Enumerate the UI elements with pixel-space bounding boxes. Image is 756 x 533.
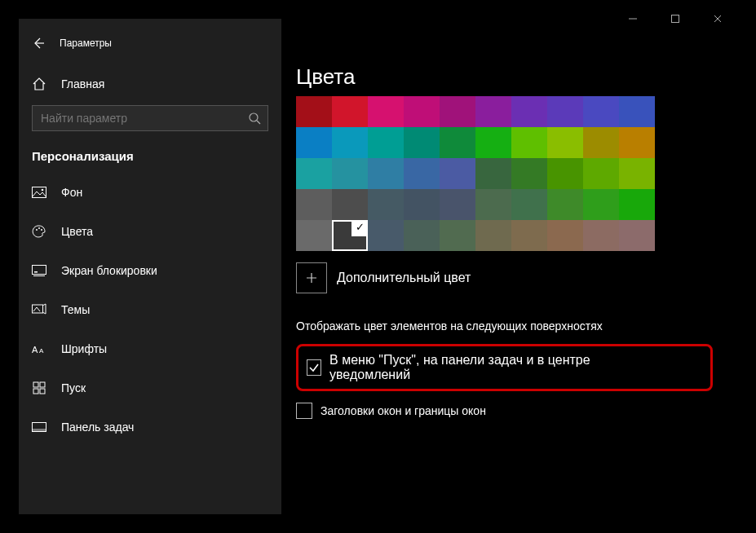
svg-rect-7	[34, 271, 38, 273]
color-swatch[interactable]	[511, 189, 547, 220]
color-swatch[interactable]	[296, 220, 332, 251]
minimize-button[interactable]	[628, 14, 648, 24]
color-swatch[interactable]	[440, 127, 475, 158]
color-swatch[interactable]	[619, 127, 655, 158]
sidebar: Параметры Главная Персонализация	[19, 19, 281, 514]
color-swatch[interactable]	[511, 127, 547, 158]
check-icon: ✓	[356, 221, 365, 233]
color-swatch[interactable]	[619, 220, 655, 251]
sidebar-item-background[interactable]: Фон	[19, 176, 281, 209]
back-icon[interactable]	[32, 37, 45, 50]
nav-label: Экран блокировки	[61, 264, 157, 277]
color-swatch[interactable]	[619, 158, 655, 189]
color-swatch[interactable]	[511, 220, 547, 251]
color-swatch[interactable]	[547, 158, 583, 189]
color-swatch[interactable]	[547, 96, 583, 127]
nav-label: Пуск	[61, 381, 86, 394]
page-title: Цвета	[296, 64, 713, 90]
svg-point-2	[42, 189, 44, 192]
sidebar-item-lockscreen[interactable]: Экран блокировки	[19, 254, 281, 287]
color-swatch[interactable]	[547, 220, 583, 251]
color-swatch[interactable]	[583, 96, 619, 127]
color-swatch[interactable]	[547, 127, 583, 158]
lockscreen-icon	[32, 265, 46, 276]
svg-rect-11	[33, 382, 38, 387]
nav-label: Темы	[61, 303, 90, 316]
color-swatch[interactable]	[404, 189, 440, 220]
svg-rect-12	[40, 382, 45, 387]
color-swatch[interactable]	[619, 96, 655, 127]
themes-icon	[32, 303, 46, 316]
home-button[interactable]: Главная	[19, 68, 281, 100]
sidebar-item-start[interactable]: Пуск	[19, 372, 281, 404]
nav-label: Фон	[61, 186, 82, 199]
svg-point-5	[41, 229, 42, 231]
color-swatch[interactable]	[440, 220, 475, 251]
color-swatch[interactable]	[404, 220, 440, 251]
color-swatch[interactable]	[368, 127, 404, 158]
svg-text:A: A	[32, 345, 38, 355]
sidebar-item-colors[interactable]: Цвета	[19, 215, 281, 248]
maximize-button[interactable]	[670, 14, 690, 24]
color-swatch[interactable]	[368, 96, 404, 127]
surfaces-heading: Отображать цвет элементов на следующих п…	[296, 319, 713, 333]
color-swatch[interactable]	[475, 96, 511, 127]
color-swatch[interactable]	[440, 158, 475, 189]
picture-icon	[32, 187, 46, 198]
svg-text:A: A	[39, 347, 44, 355]
window-title: Параметры	[60, 37, 112, 49]
checkbox-start-taskbar[interactable]	[307, 359, 321, 376]
color-swatch[interactable]	[332, 158, 368, 189]
close-button[interactable]	[713, 14, 732, 24]
svg-point-3	[36, 229, 38, 231]
color-swatch[interactable]	[583, 127, 619, 158]
content-pane: Цвета ✓ Дополнительный цвет Отображать ц…	[281, 19, 737, 514]
nav-label: Шрифты	[61, 342, 107, 355]
nav-label: Цвета	[61, 225, 93, 238]
color-swatch[interactable]	[332, 96, 368, 127]
svg-rect-13	[33, 389, 38, 394]
color-swatch[interactable]	[296, 158, 332, 189]
start-icon	[32, 381, 46, 394]
color-swatch[interactable]	[475, 158, 511, 189]
color-swatch[interactable]	[583, 220, 619, 251]
color-swatch[interactable]	[296, 127, 332, 158]
home-icon	[32, 77, 46, 91]
color-swatch[interactable]	[404, 96, 440, 127]
custom-color-label: Дополнительный цвет	[337, 271, 471, 285]
color-swatch[interactable]	[332, 189, 368, 220]
color-swatch[interactable]	[583, 189, 619, 220]
custom-color-button[interactable]	[296, 262, 327, 293]
search-icon	[248, 112, 261, 125]
color-swatch[interactable]	[475, 189, 511, 220]
color-swatch[interactable]	[332, 127, 368, 158]
color-swatch[interactable]	[475, 127, 511, 158]
checkbox-label: Заголовки окон и границы окон	[321, 404, 486, 417]
svg-rect-1	[33, 187, 46, 198]
color-swatch[interactable]	[368, 189, 404, 220]
checkbox-label: В меню "Пуск", на панели задач и в центр…	[329, 353, 637, 382]
color-swatch[interactable]	[440, 96, 475, 127]
color-swatch[interactable]	[368, 158, 404, 189]
color-swatch[interactable]	[296, 189, 332, 220]
sidebar-item-taskbar[interactable]: Панель задач	[19, 411, 281, 443]
color-swatch[interactable]	[296, 96, 332, 127]
color-swatch[interactable]	[404, 158, 440, 189]
color-swatch[interactable]	[440, 189, 475, 220]
color-swatch[interactable]	[511, 158, 547, 189]
checkbox-titlebars[interactable]	[296, 403, 312, 419]
sidebar-item-fonts[interactable]: AA Шрифты	[19, 333, 281, 365]
color-swatch[interactable]	[547, 189, 583, 220]
sidebar-item-themes[interactable]: Темы	[19, 293, 281, 326]
color-swatch[interactable]: ✓	[332, 220, 368, 251]
color-swatch[interactable]	[619, 189, 655, 220]
search-field[interactable]	[33, 106, 235, 130]
color-swatch[interactable]	[404, 127, 440, 158]
color-swatch[interactable]	[368, 220, 404, 251]
color-swatch[interactable]	[475, 220, 511, 251]
color-swatch[interactable]	[511, 96, 547, 127]
svg-point-4	[38, 227, 40, 229]
search-input[interactable]	[32, 105, 268, 131]
color-swatch[interactable]	[583, 158, 619, 189]
nav-label: Панель задач	[61, 421, 134, 434]
